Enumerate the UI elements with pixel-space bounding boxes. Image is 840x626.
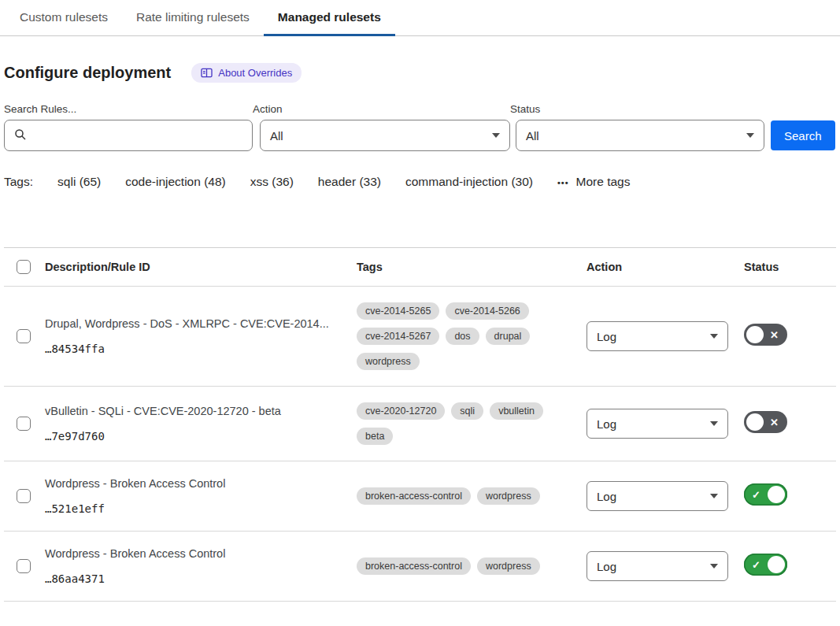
toggle-glyph: ✕: [770, 330, 779, 340]
status-filter-select[interactable]: All: [516, 120, 764, 151]
chevron-down-icon: [710, 494, 718, 498]
rule-description: Drupal, Wordpress - DoS - XMLRPC - CVE:C…: [45, 317, 338, 330]
table-row: vBulletin - SQLi - CVE:CVE-2020-12720 - …: [4, 387, 836, 461]
table-row: Drupal, Wordpress - DoS - XMLRPC - CVE:C…: [4, 287, 836, 387]
tag-pill: cve-2014-5267: [357, 328, 439, 345]
toggle-knob: [746, 413, 764, 431]
chevron-down-icon: [746, 133, 754, 138]
rule-id: …521e1eff: [45, 502, 338, 515]
tag-pill: cve-2014-5265: [357, 302, 439, 320]
book-icon: [201, 68, 213, 78]
tag-filter-link[interactable]: xss (36): [250, 175, 294, 189]
col-description: Description/Rule ID: [45, 261, 357, 273]
table-header-row: Description/Rule ID Tags Action Status: [4, 248, 836, 287]
row-checkbox[interactable]: [17, 559, 31, 573]
row-checkbox[interactable]: [17, 489, 31, 503]
action-select[interactable]: Log: [587, 409, 728, 439]
status-toggle[interactable]: ✕: [744, 324, 787, 346]
search-rules-field: Search Rules...: [4, 103, 253, 151]
tag-pill: wordpress: [357, 353, 420, 370]
chevron-down-icon: [710, 421, 718, 426]
status-toggle[interactable]: ✓: [744, 554, 787, 576]
search-icon: [14, 128, 27, 143]
rule-description: vBulletin - SQLi - CVE:CVE-2020-12720 - …: [45, 405, 338, 417]
rule-description-cell: Wordpress - Broken Access Control …86aa4…: [45, 547, 357, 585]
action-select-value: Log: [597, 417, 616, 431]
tag-filter-link[interactable]: code-injection (48): [125, 175, 226, 189]
page-title: Configure deployment: [4, 64, 171, 82]
status-toggle[interactable]: ✓: [744, 483, 787, 506]
action-select[interactable]: Log: [587, 481, 728, 511]
ellipsis-icon: •••: [557, 178, 569, 187]
tab-rate-limiting-rulesets[interactable]: Rate limiting rulesets: [122, 0, 264, 35]
tab-managed-rulesets[interactable]: Managed rulesets: [264, 0, 395, 35]
toggle-glyph: ✕: [770, 417, 779, 428]
rule-tags: cve-2020-12720sqlivbulletinbeta: [357, 402, 587, 445]
action-filter-label: Action: [253, 103, 510, 115]
rule-id: …7e97d760: [45, 430, 338, 443]
toggle-glyph: ✓: [752, 490, 760, 500]
rule-description-cell: Drupal, Wordpress - DoS - XMLRPC - CVE:C…: [45, 317, 357, 355]
search-input[interactable]: [33, 129, 242, 143]
rule-id: …84534ffa: [45, 343, 338, 355]
toggle-knob: [768, 486, 785, 503]
rule-description-cell: vBulletin - SQLi - CVE:CVE-2020-12720 - …: [45, 405, 357, 443]
toggle-glyph: ✓: [752, 560, 760, 570]
tag-pill: broken-access-control: [357, 487, 471, 505]
status-toggle[interactable]: ✕: [744, 411, 787, 433]
action-filter-field: Action All: [253, 103, 510, 151]
tag-pill: wordpress: [477, 487, 540, 505]
ruleset-table-body: Drupal, Wordpress - DoS - XMLRPC - CVE:C…: [4, 287, 836, 602]
page-content: Configure deployment About Overrides Sea…: [0, 63, 840, 602]
search-button[interactable]: Search: [771, 120, 835, 150]
chevron-down-icon: [492, 133, 500, 138]
row-checkbox[interactable]: [17, 417, 31, 431]
col-action: Action: [587, 261, 744, 273]
rule-tags: broken-access-controlwordpress: [357, 557, 587, 575]
rule-tags: cve-2014-5265cve-2014-5266cve-2014-5267d…: [357, 302, 587, 370]
search-rules-label: Search Rules...: [4, 103, 253, 115]
action-select-value: Log: [597, 560, 616, 573]
table-row: Wordpress - Broken Access Control …86aa4…: [4, 532, 836, 602]
action-select[interactable]: Log: [587, 551, 728, 581]
action-select[interactable]: Log: [587, 321, 728, 351]
tags-bar-list: sqli (65)code-injection (48)xss (36)head…: [57, 175, 533, 189]
table-row: Wordpress - Broken Access Control …521e1…: [4, 461, 836, 532]
tags-bar: Tags: sqli (65)code-injection (48)xss (3…: [4, 175, 836, 189]
action-select-value: Log: [597, 490, 616, 503]
about-overrides-label: About Overrides: [218, 67, 292, 79]
chevron-down-icon: [710, 334, 718, 339]
tag-filter-link[interactable]: command-injection (30): [405, 175, 533, 189]
rule-tags: broken-access-controlwordpress: [357, 487, 587, 505]
tag-pill: dos: [446, 328, 479, 345]
tag-pill: cve-2020-12720: [357, 402, 445, 420]
rule-description-cell: Wordpress - Broken Access Control …521e1…: [45, 477, 357, 515]
more-tags-label: More tags: [576, 175, 631, 189]
tag-pill: beta: [357, 428, 393, 445]
status-filter-label: Status: [510, 103, 764, 115]
tag-pill: drupal: [486, 328, 531, 345]
tag-filter-link[interactable]: header (33): [318, 175, 381, 189]
tags-bar-label: Tags:: [4, 175, 33, 189]
tab-custom-rulesets[interactable]: Custom rulesets: [6, 0, 122, 35]
action-filter-value: All: [270, 129, 283, 143]
ruleset-tabbar: Custom rulesets Rate limiting rulesets M…: [0, 0, 840, 36]
status-filter-field: Status All: [510, 103, 764, 151]
managed-rules-table: Description/Rule ID Tags Action Status D…: [4, 247, 836, 602]
action-filter-select[interactable]: All: [260, 120, 510, 151]
tag-filter-link[interactable]: sqli (65): [57, 175, 101, 189]
select-all-checkbox[interactable]: [17, 260, 31, 274]
search-input-box: [4, 120, 253, 151]
row-checkbox[interactable]: [17, 329, 31, 343]
col-status: Status: [744, 261, 836, 273]
tag-pill: vbulletin: [490, 402, 543, 420]
tag-pill: sqli: [451, 402, 483, 420]
more-tags-button[interactable]: ••• More tags: [557, 175, 630, 189]
action-select-value: Log: [597, 330, 616, 343]
col-tags: Tags: [357, 261, 587, 273]
rule-id: …86aa4371: [45, 572, 338, 585]
heading-row: Configure deployment About Overrides: [4, 63, 836, 83]
about-overrides-link[interactable]: About Overrides: [191, 63, 302, 83]
chevron-down-icon: [710, 564, 718, 569]
tag-pill: wordpress: [477, 557, 540, 575]
